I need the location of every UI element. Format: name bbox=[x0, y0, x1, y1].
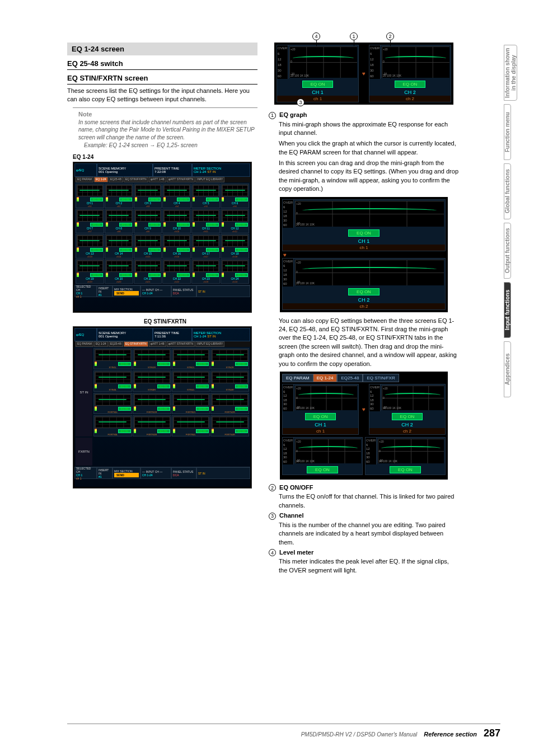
eq-on-button[interactable]: EQ ON bbox=[307, 466, 338, 473]
eq-cell[interactable]: EQ ONCH 20ch20 bbox=[105, 259, 133, 284]
eq-on-button[interactable]: EQ ON bbox=[235, 223, 248, 227]
send-button[interactable]: SEND bbox=[114, 473, 139, 477]
eq-on-button[interactable]: EQ ON bbox=[148, 273, 161, 277]
tab-eq124[interactable]: EQ 1-24 bbox=[94, 177, 108, 182]
tab-library[interactable]: INPUT EQ LIBRARY bbox=[195, 177, 224, 182]
tab-attstin[interactable]: φ/ATT STIN/FXRTN bbox=[167, 177, 195, 182]
eq-module[interactable]: OVER 6 12 18 30 60 +200-20 20 100 1K 10K bbox=[282, 437, 363, 475]
eq-mini-graph[interactable] bbox=[193, 185, 219, 196]
eq-on-button[interactable]: EQ ON bbox=[119, 198, 132, 201]
eq-cell[interactable]: EQ ONSTIN1L bbox=[93, 348, 132, 369]
eq-mini-graph[interactable] bbox=[212, 394, 248, 406]
eq-mini-graph[interactable] bbox=[77, 210, 103, 222]
eq-cell[interactable]: EQ ONSTIN2R bbox=[210, 348, 249, 369]
side-tab-appendices[interactable]: Appendices bbox=[504, 341, 511, 397]
eq-cell[interactable]: EQ ONCH 9ch9 bbox=[134, 209, 162, 233]
eq-on-button[interactable]: EQ ON bbox=[196, 407, 209, 411]
eq-mini-graph[interactable] bbox=[222, 235, 248, 247]
eq-on-button[interactable]: EQ ON bbox=[390, 466, 421, 473]
eq-on-button[interactable]: EQ ON bbox=[302, 81, 334, 88]
eq-mini-graph[interactable] bbox=[134, 416, 170, 428]
tab-att148[interactable]: φ/ATT 1-48 bbox=[149, 341, 166, 347]
eq-mini-graph[interactable] bbox=[212, 416, 248, 428]
eq-graph[interactable]: +20 0 -20 20 100 1K 10K bbox=[289, 46, 357, 78]
eq-on-button[interactable]: EQ ON bbox=[148, 223, 161, 227]
eq-on-button[interactable]: EQ ON bbox=[90, 223, 103, 227]
eq-on-button[interactable]: EQ ON bbox=[157, 362, 170, 366]
tab-eq124[interactable]: EQ 1-24 bbox=[313, 374, 338, 382]
eq-on-button[interactable]: EQ ON bbox=[305, 413, 336, 420]
eq-mini-graph[interactable] bbox=[135, 235, 161, 247]
eq-mini-graph[interactable] bbox=[222, 185, 248, 196]
eq-mini-graph[interactable] bbox=[95, 372, 131, 383]
eq-on-button[interactable]: EQ ON bbox=[196, 429, 209, 433]
eq-on-button[interactable]: EQ ON bbox=[119, 223, 132, 227]
eq-mini-graph[interactable] bbox=[222, 210, 248, 222]
eq-graph[interactable]: +20 0 -20 20 100 1K 10K bbox=[295, 201, 444, 227]
eq-cell[interactable]: EQ ONCH 1ch1 bbox=[76, 184, 104, 208]
eq-mini-graph[interactable] bbox=[106, 210, 132, 222]
eq-graph[interactable]: +200-20 20 100 1K 10K bbox=[382, 386, 444, 410]
eq-on-button[interactable]: EQ ON bbox=[235, 362, 248, 366]
eq-cell[interactable]: EQ ONCH 18ch18 bbox=[221, 234, 249, 259]
eq-on-button[interactable]: EQ ON bbox=[348, 288, 380, 295]
eq-on-button[interactable]: EQ ON bbox=[148, 248, 161, 252]
eq-on-button[interactable]: EQ ON bbox=[235, 384, 248, 388]
eq-on-button[interactable]: EQ ON bbox=[348, 229, 380, 237]
eq-on-button[interactable]: EQ ON bbox=[90, 248, 103, 252]
tab-eq2548[interactable]: EQ25-48 bbox=[109, 177, 123, 182]
eq-on-button[interactable]: EQ ON bbox=[392, 413, 423, 420]
eq-mini-graph[interactable] bbox=[222, 260, 248, 272]
eq-cell[interactable]: EQ ONFXRTN1R bbox=[133, 393, 171, 414]
tab-stin[interactable]: EQ STIN/FXR bbox=[363, 374, 399, 382]
eq-on-button[interactable]: EQ ON bbox=[177, 248, 190, 252]
eq-on-button[interactable]: EQ ON bbox=[206, 248, 219, 252]
side-tab-output[interactable]: Output functions bbox=[504, 223, 511, 279]
eq-cell[interactable]: EQ ONCH 6ch6 bbox=[221, 184, 249, 208]
tab-eqparam[interactable]: EQ PARAM bbox=[76, 177, 93, 182]
side-tab-function[interactable]: Function menu bbox=[504, 104, 511, 160]
eq-on-button[interactable]: EQ ON bbox=[90, 273, 103, 277]
eq-on-button[interactable]: EQ ON bbox=[235, 407, 248, 411]
eq-on-button[interactable]: EQ ON bbox=[235, 429, 248, 433]
eq-cell[interactable]: EQ ONCH 15ch15 bbox=[134, 234, 162, 259]
eq-module-ch2[interactable]: OVER 6 12 18 30 60 +20 0 -20 bbox=[369, 45, 451, 102]
eq-mini-graph[interactable] bbox=[163, 260, 190, 272]
eq-mini-graph[interactable] bbox=[95, 394, 131, 406]
eq-cell[interactable]: EQ ONFXRTN2L bbox=[172, 393, 210, 414]
eq-graph[interactable]: +20 0 -20 20 100 1K 10K bbox=[295, 260, 444, 285]
eq-cell[interactable]: EQ ONCH 23ch23 bbox=[191, 259, 220, 284]
eq-graph[interactable]: +200-20 20 100 1K 10K bbox=[378, 439, 444, 463]
eq-on-button[interactable]: EQ ON bbox=[119, 273, 132, 277]
eq-mini-graph[interactable] bbox=[173, 416, 209, 428]
eq-on-button[interactable]: EQ ON bbox=[196, 362, 209, 366]
eq-module-ch1[interactable]: OVER 6 12 18 30 60 +200-20 20 100 1K 10K bbox=[282, 384, 359, 435]
eq-on-button[interactable]: EQ ON bbox=[206, 273, 219, 277]
eq-on-button[interactable]: EQ ON bbox=[395, 81, 426, 88]
eq-on-button[interactable]: EQ ON bbox=[177, 273, 190, 277]
eq-cell[interactable]: EQ ONCH 16ch16 bbox=[162, 234, 191, 259]
eq-cell[interactable]: EQ ONCH 22ch22 bbox=[162, 259, 191, 284]
eq-cell[interactable]: EQ ONCH 3ch3 bbox=[134, 184, 162, 208]
eq-cell[interactable]: EQ ONCH 24ch24 bbox=[221, 259, 249, 284]
eq-on-button[interactable]: EQ ON bbox=[90, 198, 103, 201]
eq-graph[interactable]: +20 0 -20 20 100 1K 10K bbox=[382, 46, 449, 78]
eq-cell[interactable]: EQ ONSTIN4L bbox=[172, 370, 210, 392]
eq-cell[interactable]: EQ ONFXRTN1L bbox=[93, 393, 132, 414]
eq-cell[interactable]: EQ ONCH 12ch12 bbox=[221, 209, 249, 233]
eq-module-ch1[interactable]: OVER 6 12 18 30 60 +20 0 -20 bbox=[277, 45, 359, 102]
eq-on-button[interactable]: EQ ON bbox=[118, 362, 131, 366]
side-tab-info[interactable]: Information shown in the display bbox=[504, 45, 517, 101]
eq-on-button[interactable]: EQ ON bbox=[235, 273, 248, 277]
tab-stin[interactable]: EQ STIN/FXRTN bbox=[124, 177, 148, 182]
eq-mini-graph[interactable] bbox=[77, 185, 103, 196]
eq-on-button[interactable]: EQ ON bbox=[206, 223, 219, 227]
eq-cell[interactable]: EQ ONFXRTN2R bbox=[210, 393, 249, 414]
eq-cell[interactable]: EQ ONCH 21ch21 bbox=[134, 259, 162, 284]
eq-on-button[interactable]: EQ ON bbox=[177, 223, 190, 227]
eq-mini-graph[interactable] bbox=[193, 235, 219, 247]
eq-cell[interactable]: EQ ONFXRTN3R bbox=[133, 415, 171, 436]
eq-mini-graph[interactable] bbox=[77, 260, 103, 272]
eq-cell[interactable]: EQ ONFXRTN3L bbox=[93, 415, 132, 436]
eq-mini-graph[interactable] bbox=[106, 260, 132, 272]
